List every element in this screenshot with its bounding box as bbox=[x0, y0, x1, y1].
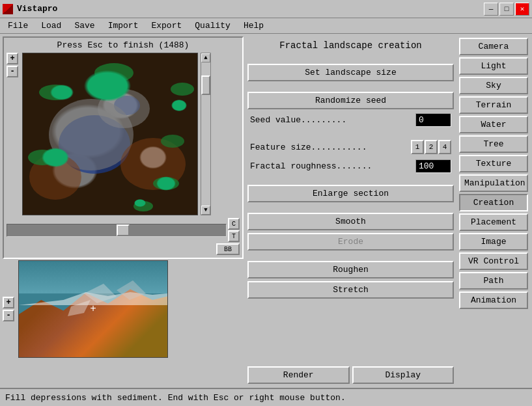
statusbar: Fill depressions with sediment. End with… bbox=[0, 388, 532, 406]
seed-input[interactable] bbox=[415, 113, 451, 127]
feature-label: Feature size........... bbox=[250, 142, 408, 152]
water-btn[interactable]: Water bbox=[459, 116, 528, 133]
ct-buttons: C T bbox=[228, 218, 240, 242]
animation-btn[interactable]: Animation bbox=[459, 291, 528, 309]
main-content: Press Esc to finish (1488) + - bbox=[0, 34, 532, 388]
vr-control-btn[interactable]: VR Control bbox=[459, 252, 528, 270]
close-btn[interactable]: ✕ bbox=[515, 3, 529, 16]
menu-quality[interactable]: Quality bbox=[189, 20, 236, 32]
bb-btn[interactable]: BB bbox=[216, 243, 240, 255]
zoom-in-btn[interactable]: + bbox=[7, 53, 18, 64]
svg-point-12 bbox=[161, 135, 184, 148]
scroll-thumb[interactable] bbox=[201, 75, 210, 95]
view3d-zoom-out[interactable]: - bbox=[3, 310, 14, 321]
sky-btn[interactable]: Sky bbox=[459, 77, 528, 94]
center-title: Fractal landscape creation bbox=[247, 38, 454, 53]
map-image bbox=[22, 53, 198, 215]
roughness-row: Fractal roughness....... bbox=[247, 158, 454, 174]
t-btn[interactable]: T bbox=[228, 230, 240, 242]
terrain-btn[interactable]: Terrain bbox=[459, 96, 528, 114]
right-panel: CameraLightSkyTerrainWaterTreeTextureMan… bbox=[458, 36, 529, 385]
path-btn[interactable]: Path bbox=[459, 272, 528, 290]
map-section: Press Esc to finish (1488) + - bbox=[3, 36, 244, 259]
status-text: Fill depressions with sediment. End with… bbox=[5, 393, 346, 403]
map-scrollbar-vertical[interactable]: ▲ ▼ bbox=[201, 53, 211, 215]
feature-buttons: 1 2 4 bbox=[411, 140, 451, 154]
c-btn[interactable]: C bbox=[228, 218, 240, 230]
svg-point-4 bbox=[120, 138, 186, 190]
svg-point-10 bbox=[153, 177, 179, 190]
display-btn[interactable]: Display bbox=[352, 366, 455, 384]
svg-point-1 bbox=[114, 96, 140, 115]
light-btn[interactable]: Light bbox=[459, 57, 528, 75]
svg-point-11 bbox=[133, 201, 153, 211]
svg-point-3 bbox=[98, 89, 150, 128]
bottom-buttons: Render Display bbox=[247, 366, 454, 384]
scroll-down-btn[interactable]: ▼ bbox=[201, 206, 210, 215]
view3d-zoom-in[interactable]: + bbox=[3, 297, 14, 308]
map-slider-row: C T bbox=[7, 218, 240, 242]
roughness-input[interactable] bbox=[415, 159, 451, 173]
svg-point-5 bbox=[29, 154, 81, 200]
menu-export[interactable]: Export bbox=[146, 20, 187, 32]
roughness-label: Fractal roughness....... bbox=[250, 161, 413, 171]
svg-marker-14 bbox=[117, 280, 146, 300]
seed-row: Seed value......... bbox=[247, 112, 454, 128]
titlebar: Vistapro — □ ✕ bbox=[0, 0, 532, 18]
tree-btn[interactable]: Tree bbox=[459, 135, 528, 153]
menu-file[interactable]: File bbox=[3, 20, 33, 32]
render-btn[interactable]: Render bbox=[247, 366, 350, 384]
svg-point-7 bbox=[39, 85, 72, 100]
feature-btn-1[interactable]: 1 bbox=[411, 140, 424, 154]
set-landscape-btn[interactable]: Set landscape size bbox=[247, 64, 454, 81]
feature-row: Feature size........... 1 2 4 bbox=[247, 139, 454, 156]
manipulation-btn[interactable]: Manipulation bbox=[459, 174, 528, 192]
map-title: Press Esc to finish (1488) bbox=[7, 40, 240, 50]
scroll-up-btn[interactable]: ▲ bbox=[201, 53, 210, 62]
randomize-btn[interactable]: Randomize seed bbox=[247, 92, 454, 109]
stretch-btn[interactable]: Stretch bbox=[247, 281, 454, 299]
map-container: + - bbox=[7, 53, 240, 215]
zoom-out-btn[interactable]: - bbox=[7, 66, 18, 77]
texture-btn[interactable]: Texture bbox=[459, 155, 528, 172]
placement-btn[interactable]: Placement bbox=[459, 213, 528, 231]
crosshair: + bbox=[90, 303, 96, 315]
feature-btn-2[interactable]: 2 bbox=[425, 140, 438, 154]
menu-save[interactable]: Save bbox=[69, 20, 100, 32]
svg-marker-15 bbox=[68, 300, 91, 316]
enlarge-btn[interactable]: Enlarge section bbox=[247, 185, 454, 202]
map-slider[interactable] bbox=[7, 224, 227, 237]
view3d-section: + - + bbox=[3, 260, 244, 358]
image-btn[interactable]: Image bbox=[459, 233, 528, 250]
window-title: Vistapro bbox=[17, 4, 57, 14]
minimize-btn[interactable]: — bbox=[484, 3, 498, 16]
titlebar-left: Vistapro bbox=[3, 4, 57, 14]
smooth-btn[interactable]: Smooth bbox=[247, 213, 454, 230]
menu-help[interactable]: Help bbox=[238, 20, 269, 32]
camera-btn[interactable]: Camera bbox=[459, 38, 528, 55]
erode-btn[interactable]: Erode bbox=[247, 233, 454, 250]
maximize-btn[interactable]: □ bbox=[499, 3, 514, 16]
menubar: File Load Save Import Export Quality Hel… bbox=[0, 18, 532, 34]
svg-point-6 bbox=[94, 63, 133, 83]
svg-marker-13 bbox=[84, 284, 117, 303]
creation-btn[interactable]: Creation bbox=[459, 194, 528, 211]
menu-import[interactable]: Import bbox=[103, 20, 144, 32]
svg-point-0 bbox=[59, 115, 130, 174]
svg-point-2 bbox=[49, 99, 133, 170]
svg-point-9 bbox=[28, 150, 57, 165]
svg-point-8 bbox=[171, 83, 194, 96]
roughen-btn[interactable]: Roughen bbox=[247, 261, 454, 278]
view3d-image: + bbox=[18, 260, 168, 358]
app-icon bbox=[3, 4, 13, 14]
center-panel: Fractal landscape creation Set landscape… bbox=[246, 36, 455, 385]
feature-btn-4[interactable]: 4 bbox=[438, 140, 451, 154]
seed-label: Seed value......... bbox=[250, 115, 413, 125]
slider-thumb[interactable] bbox=[117, 224, 130, 236]
menu-load[interactable]: Load bbox=[36, 20, 66, 32]
left-panel: Press Esc to finish (1488) + - bbox=[3, 36, 244, 385]
window-controls: — □ ✕ bbox=[484, 3, 529, 16]
